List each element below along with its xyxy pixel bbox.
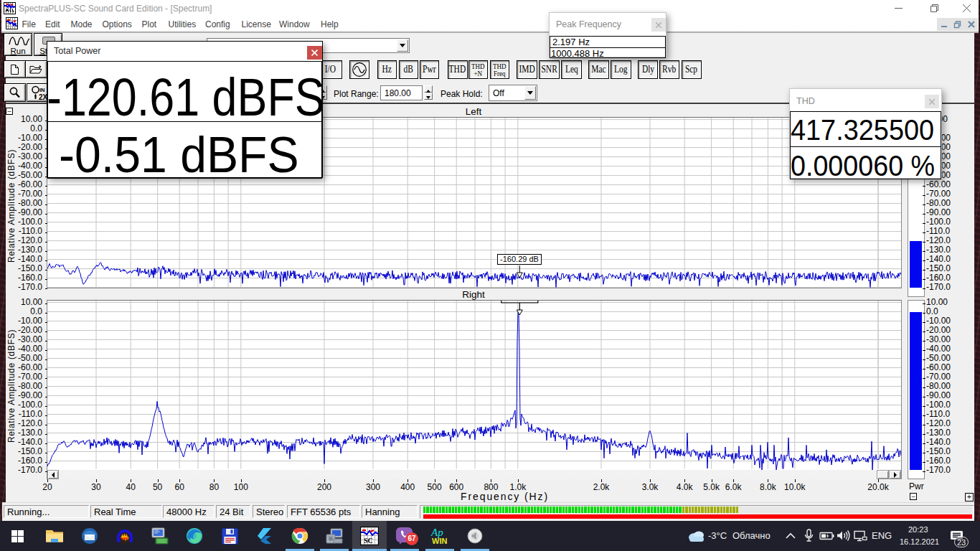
menu-file[interactable]: File (22, 19, 36, 29)
axis-tick (45, 251, 48, 252)
tray-time[interactable]: 20:23 (908, 525, 928, 534)
toolbar-pwr-button[interactable]: Pwr (420, 60, 439, 79)
zoom-in-2x-button[interactable]: IN 2X (27, 83, 49, 102)
zoom-button[interactable] (4, 83, 26, 102)
taskbar-icon-thunderbird[interactable] (78, 524, 101, 547)
tray-network-icon[interactable] (854, 530, 868, 542)
axis-tick (45, 260, 48, 261)
taskbar-icon-audacity[interactable] (113, 524, 136, 547)
mdi-close-button[interactable] (964, 18, 978, 31)
freq-scrollbar-track[interactable] (48, 470, 901, 479)
taskbar-icon-hwinfo[interactable] (148, 524, 171, 547)
menu-mode[interactable]: Mode (71, 19, 93, 29)
right-plot-y-axis-title: Relative Amplitude (dBFS) (6, 329, 17, 443)
tray-temperature[interactable]: -3°C (708, 530, 727, 541)
axis-tick (923, 232, 925, 233)
right-plot[interactable] (47, 301, 901, 479)
tray-language[interactable]: ENG (872, 530, 892, 541)
collapse-left-plot-button[interactable]: – (6, 108, 13, 115)
freq-scrollbar-left-arrow[interactable] (47, 470, 59, 479)
freq-scrollbar-right-arrow[interactable] (889, 470, 901, 479)
toolbar-scp-button[interactable]: Scp (682, 60, 702, 79)
x-axis-tick (878, 479, 879, 482)
combo-dropdown-icon[interactable] (397, 39, 408, 52)
axis-tick (45, 303, 48, 304)
mdi-document-icon (6, 17, 18, 29)
toolbar-thd-freq-button[interactable]: THDFreq (490, 60, 509, 79)
thd-window[interactable]: THD 417.325500 0.000060 % (789, 88, 942, 179)
spectraplus-icon: SC (360, 527, 379, 545)
taskbar-icon-flutter[interactable] (253, 524, 276, 547)
toolbar-mac-button[interactable]: Mac (588, 60, 609, 79)
menu-help[interactable]: Help (321, 19, 339, 29)
toolbar-thd-+n-button[interactable]: THD+N (468, 60, 488, 79)
toolbar-leq-button[interactable]: Leq (561, 60, 582, 79)
toolbar-signal-generator-button[interactable] (349, 60, 369, 79)
menu-utilities[interactable]: Utilities (169, 19, 197, 29)
open-file-button[interactable] (25, 60, 47, 78)
toolbar-snr-button[interactable]: SNR (539, 60, 560, 79)
tray-chevron-up-icon[interactable] (785, 532, 796, 540)
tray-microphone-icon[interactable] (804, 529, 814, 543)
peak-hold-dropdown-icon[interactable] (524, 86, 536, 100)
toolbar-dly-button[interactable]: Dly (638, 60, 658, 79)
collapse-pwr-button[interactable]: – (910, 493, 917, 500)
menu-options[interactable]: Options (103, 19, 132, 29)
menu-license[interactable]: License (242, 19, 271, 29)
peak-frequency-value-left: 2.197 Hz (552, 37, 590, 47)
tray-volume-icon[interactable] (837, 529, 850, 542)
led-segment (531, 507, 533, 513)
x-axis-label: 40 (116, 483, 145, 492)
tray-weather-condition[interactable]: Облачно (732, 530, 771, 541)
left-plot-y-axis-title: Relative Amplitude (dBFS) (6, 149, 17, 263)
expand-button[interactable]: + (965, 493, 974, 501)
minimize-button[interactable] (887, 0, 909, 17)
peak-hold-select[interactable]: Off (489, 85, 537, 101)
new-file-button[interactable] (4, 60, 26, 78)
plot-range-input[interactable] (380, 85, 423, 100)
tray-date[interactable]: 16.12.2021 (900, 537, 939, 546)
menu-edit[interactable]: Edit (45, 19, 60, 29)
toolbar-thd-button[interactable]: THD (448, 60, 468, 79)
taskbar-icon-speaker-app[interactable] (463, 524, 486, 547)
taskbar-icon-pc-audio[interactable] (323, 524, 346, 547)
taskbar-icon-start[interactable] (6, 524, 29, 547)
menu-plot[interactable]: Plot (142, 19, 157, 29)
status-24-bit: 24 Bit (216, 505, 250, 518)
spinner-down-icon[interactable] (424, 93, 433, 100)
led-segment (473, 507, 476, 513)
axis-tick (45, 359, 48, 360)
toolbar-db-button[interactable]: dB (399, 60, 418, 79)
weather-icon[interactable] (687, 529, 707, 542)
peak-frequency-close-button[interactable] (651, 18, 666, 32)
restore-button[interactable] (922, 0, 943, 17)
mdi-restore-button[interactable] (951, 18, 964, 31)
tray-battery-icon[interactable] (819, 531, 834, 541)
close-button[interactable] (956, 0, 977, 17)
taskbar-icon-apwin[interactable]: ApWIN (428, 524, 451, 547)
toolbar-log-button[interactable]: Log (611, 60, 631, 79)
y-axis-label-right-bottom: 10.00 (926, 298, 948, 307)
spinner-up-icon[interactable] (424, 85, 433, 93)
thd-close-button[interactable] (925, 95, 939, 108)
toolbar-hz-button[interactable]: Hz (377, 60, 397, 79)
total-power-close-button[interactable] (307, 46, 322, 60)
peak-frequency-window[interactable]: Peak Frequency 2.197 Hz 1000.488 Hz (549, 12, 666, 57)
menu-window[interactable]: Window (279, 19, 310, 29)
led-segment (641, 507, 644, 513)
taskbar-icon-spectraplus[interactable]: SC (358, 524, 381, 547)
led-segment (610, 507, 612, 513)
toolbar-rvb-button[interactable]: Rvb (659, 60, 679, 79)
taskbar-icon-floppy[interactable] (218, 524, 241, 547)
run-button[interactable]: Run (4, 33, 32, 56)
taskbar-icon-explorer[interactable] (43, 524, 66, 547)
menu-config[interactable]: Config (205, 19, 230, 29)
toolbar-imd-button[interactable]: IMD (517, 60, 537, 79)
taskbar-icon-chrome[interactable] (288, 524, 311, 547)
mdi-minimize-button[interactable] (937, 18, 951, 31)
total-power-window[interactable]: Total Power -120.61 dBFS -0.51 dBFS (47, 41, 323, 178)
freq-scrollbar-thumb[interactable] (877, 470, 889, 479)
plot-range-spinner[interactable] (424, 85, 433, 100)
x-axis-tick (795, 479, 796, 482)
taskbar-icon-edge[interactable] (183, 524, 206, 547)
